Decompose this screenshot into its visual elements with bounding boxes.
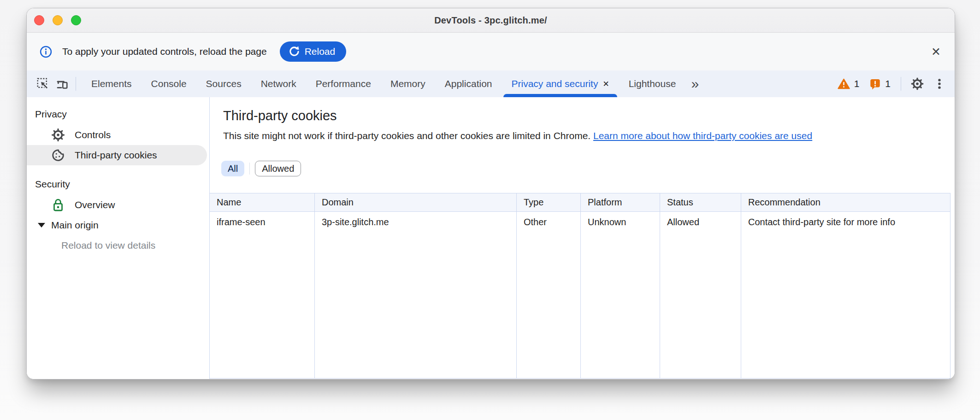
reload-button[interactable]: Reload	[280, 41, 347, 62]
fullscreen-window-button[interactable]	[71, 15, 81, 25]
sidebar-item-overview[interactable]: Overview	[27, 195, 209, 215]
tab-network[interactable]: Network	[251, 70, 306, 97]
reload-to-view-note: Reload to view details	[27, 235, 209, 256]
privacy-security-sidebar: Privacy	[27, 97, 210, 379]
column-header-platform[interactable]: Platform	[581, 193, 660, 211]
column-header-type[interactable]: Type	[517, 193, 581, 211]
column-header-recommendation[interactable]: Recommendation	[741, 193, 950, 211]
sidebar-item-label: Third-party cookies	[75, 150, 157, 161]
sidebar-item-third-party-cookies[interactable]: Third-party cookies	[27, 145, 207, 165]
warnings-indicator[interactable]: 1	[834, 78, 863, 89]
sidebar-section-security: Security	[27, 178, 209, 190]
toggle-device-toolbar-button[interactable]	[53, 74, 72, 94]
warning-count: 1	[854, 78, 860, 89]
devtools-window: DevTools - 3pc.glitch.me/ To apply your …	[26, 8, 955, 379]
toolbar-divider	[901, 77, 901, 91]
cell-platform: Unknown	[581, 212, 660, 232]
traffic-lights	[34, 15, 81, 25]
learn-more-link[interactable]: Learn more about how third-party cookies…	[593, 130, 812, 141]
window-titlebar: DevTools - 3pc.glitch.me/	[27, 8, 955, 33]
infobar: To apply your updated controls, reload t…	[27, 33, 955, 70]
toolbar-divider	[76, 77, 76, 91]
toolbar-status-area: 1 1	[834, 74, 949, 94]
cell-type: Other	[517, 212, 581, 232]
tab-label: Privacy and security	[511, 78, 598, 89]
empty-cell	[315, 232, 517, 378]
cookie-icon	[51, 148, 65, 162]
sidebar-item-label: Main origin	[51, 220, 99, 231]
infobar-message: To apply your updated controls, reload t…	[62, 46, 267, 57]
issue-bubble-icon	[869, 78, 881, 90]
panel-body: Privacy	[27, 97, 955, 379]
info-icon	[40, 46, 52, 58]
cookies-table: Name Domain Type Platform Status Recomme…	[210, 193, 950, 379]
cell-status: Allowed	[660, 212, 741, 232]
column-header-name[interactable]: Name	[210, 193, 315, 211]
settings-gear-icon[interactable]	[908, 74, 927, 94]
triangle-down-icon	[38, 223, 45, 228]
tab-label: Sources	[206, 78, 242, 89]
tab-label: Performance	[316, 78, 371, 89]
panel-tabs: Elements Console Sources Network Perform…	[82, 70, 704, 97]
sidebar-item-controls[interactable]: Controls	[27, 125, 209, 145]
more-tabs-button[interactable]: »	[685, 70, 704, 97]
description-text: This site might not work if third-party …	[223, 130, 590, 141]
tab-label: Memory	[390, 78, 425, 89]
filter-allowed-chip[interactable]: Allowed	[255, 161, 301, 176]
empty-cell	[581, 232, 660, 378]
issues-indicator[interactable]: 1	[866, 78, 894, 90]
issue-count: 1	[885, 78, 891, 89]
tab-privacy-and-security[interactable]: Privacy and security ✕	[502, 70, 619, 97]
lock-icon	[51, 198, 65, 212]
close-window-button[interactable]	[34, 15, 44, 25]
tab-label: Network	[261, 78, 296, 89]
inspect-element-button[interactable]	[33, 74, 53, 94]
minimize-window-button[interactable]	[53, 15, 63, 25]
warning-triangle-icon	[838, 78, 850, 89]
table-row[interactable]: iframe-seen 3p-site.glitch.me Other Unkn…	[210, 212, 950, 232]
tab-application[interactable]: Application	[435, 70, 502, 97]
filter-divider	[249, 163, 250, 175]
cell-name: iframe-seen	[210, 212, 315, 232]
status-filter-group: All Allowed	[221, 161, 955, 176]
tab-sources[interactable]: Sources	[196, 70, 251, 97]
tab-performance[interactable]: Performance	[306, 70, 381, 97]
tab-close-icon[interactable]: ✕	[602, 79, 609, 89]
sidebar-item-main-origin[interactable]: Main origin	[27, 215, 209, 235]
sidebar-section-privacy: Privacy	[27, 108, 209, 120]
sidebar-item-label: Overview	[75, 199, 115, 210]
reload-button-label: Reload	[305, 46, 336, 57]
window-title: DevTools - 3pc.glitch.me/	[434, 15, 547, 26]
tab-label: Elements	[91, 78, 132, 89]
sidebar-item-label: Controls	[75, 129, 111, 140]
empty-cell	[210, 232, 315, 378]
devtools-toolbar: Elements Console Sources Network Perform…	[27, 70, 955, 97]
tab-console[interactable]: Console	[142, 70, 196, 97]
tab-elements[interactable]: Elements	[82, 70, 142, 97]
infobar-close-icon[interactable]: ✕	[931, 46, 941, 58]
cell-domain: 3p-site.glitch.me	[315, 212, 517, 232]
tab-label: Console	[151, 78, 187, 89]
empty-cell	[741, 232, 950, 378]
table-empty-area	[210, 232, 950, 378]
filter-all-chip[interactable]: All	[221, 161, 244, 176]
kebab-menu-icon[interactable]	[930, 74, 949, 94]
refresh-icon	[288, 46, 300, 58]
tab-label: Lighthouse	[629, 78, 676, 89]
column-header-domain[interactable]: Domain	[315, 193, 517, 211]
panel-description: This site might not work if third-party …	[223, 129, 955, 142]
tab-memory[interactable]: Memory	[381, 70, 435, 97]
third-party-cookies-panel: Third-party cookies This site might not …	[210, 97, 955, 379]
page-title: Third-party cookies	[223, 107, 955, 124]
gear-icon	[51, 128, 65, 142]
cell-recommendation: Contact third-party site for more info	[741, 212, 950, 232]
column-header-status[interactable]: Status	[660, 193, 741, 211]
empty-cell	[517, 232, 581, 378]
empty-cell	[660, 232, 741, 378]
tab-lighthouse[interactable]: Lighthouse	[619, 70, 686, 97]
tab-label: Application	[445, 78, 492, 89]
table-header-row: Name Domain Type Platform Status Recomme…	[210, 193, 950, 212]
